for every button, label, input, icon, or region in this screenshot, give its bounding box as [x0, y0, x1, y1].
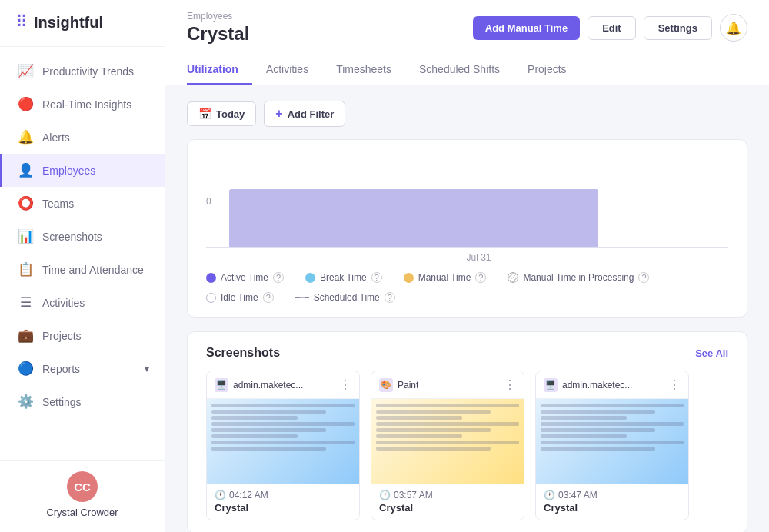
page-title: Crystal	[187, 23, 249, 45]
nav-icon-screenshots: 📊	[18, 228, 33, 244]
legend-break-time: Break Time ?	[305, 272, 382, 283]
sidebar-item-settings[interactable]: ⚙️ Settings	[0, 385, 165, 418]
main-content: Employees Crystal Add Manual Time Edit S…	[165, 0, 769, 532]
screenshot-header-admin2: 🖥️ admin.maketec... ⋮	[536, 371, 688, 399]
tab-projects[interactable]: Projects	[528, 55, 581, 85]
screenshot-header-paint1: 🎨 Paint ⋮	[371, 371, 524, 399]
tab-activities[interactable]: Activities	[266, 55, 322, 85]
screenshot-footer-admin1: 🕐 04:12 AM Crystal	[207, 484, 359, 520]
screenshot-header-admin1: 🖥️ admin.maketec... ⋮	[207, 371, 359, 399]
sidebar-label-employees: Employees	[42, 165, 95, 177]
logo-area: ⠿ Insightful	[0, 0, 165, 47]
tab-timesheets[interactable]: Timesheets	[336, 55, 405, 85]
notifications-button[interactable]: 🔔	[720, 14, 747, 42]
sidebar: ⠿ Insightful 📈 Productivity Trends 🔴 Rea…	[0, 0, 165, 532]
tab-scheduled-shifts[interactable]: Scheduled Shifts	[419, 55, 514, 85]
manual-time-help[interactable]: ?	[475, 272, 486, 283]
today-button[interactable]: 📅 Today	[187, 101, 256, 126]
nav-icon-teams: ⭕	[18, 195, 33, 211]
edit-button[interactable]: Edit	[588, 16, 636, 40]
screenshot-thumb-admin2	[536, 399, 688, 484]
app-name-paint1: Paint	[398, 380, 418, 391]
screenshots-grid: 🖥️ admin.maketec... ⋮ 🕐 04:12 AM Cr	[206, 371, 728, 532]
nav-icon-alerts: 🔔	[18, 129, 33, 145]
user-name: Crystal Crowder	[46, 507, 118, 518]
legend-manual-time: Manual Time ?	[404, 272, 487, 283]
sidebar-item-teams[interactable]: ⭕ Teams	[0, 187, 165, 220]
legend-active-time: Active Time ?	[206, 272, 284, 283]
sidebar-item-projects[interactable]: 💼 Projects	[0, 319, 165, 352]
legend-manual-processing: Manual Time in Processing ?	[508, 272, 649, 283]
scheduled-time-help[interactable]: ?	[384, 292, 395, 303]
sidebar-item-employees[interactable]: 👤 Employees	[0, 154, 165, 187]
clock-icon-admin1: 🕐	[215, 490, 226, 500]
content-area: 📅 Today + Add Filter 0 Jul 31	[165, 85, 769, 532]
legend-dash-line	[295, 297, 309, 298]
dots-menu-admin2[interactable]: ⋮	[668, 377, 681, 392]
sidebar-item-real-time-insights[interactable]: 🔴 Real-Time Insights	[0, 88, 165, 121]
main-header: Employees Crystal Add Manual Time Edit S…	[165, 0, 769, 85]
screenshot-item-admin2[interactable]: 🖥️ admin.maketec... ⋮ 🕐 03:47 AM Cr	[535, 371, 689, 520]
logo-icon: ⠿	[15, 12, 28, 32]
legend-manual-proc-label: Manual Time in Processing	[523, 272, 634, 283]
sidebar-item-reports[interactable]: 🔵 Reports ▾	[0, 352, 165, 385]
sidebar-label-projects: Projects	[42, 330, 82, 342]
app-name-admin2: admin.maketec...	[562, 380, 632, 391]
tabs: UtilizationActivitiesTimesheetsScheduled…	[187, 55, 747, 85]
sidebar-nav: 📈 Productivity Trends 🔴 Real-Time Insigh…	[0, 47, 165, 460]
active-time-help[interactable]: ?	[273, 272, 284, 283]
break-time-help[interactable]: ?	[371, 272, 382, 283]
legend-scheduled-label: Scheduled Time	[314, 292, 380, 303]
screenshot-item-paint1[interactable]: 🎨 Paint ⋮ 🕐 03:57 AM Crystal	[371, 371, 524, 520]
legend-dot-active	[206, 273, 216, 283]
sidebar-label-productivity-trends: Productivity Trends	[42, 65, 134, 78]
idle-time-help[interactable]: ?	[263, 292, 274, 303]
chart-y-label: 0	[206, 196, 211, 207]
legend-dash-scheduled	[295, 297, 309, 298]
sidebar-label-screenshots: Screenshots	[42, 231, 102, 243]
app-icon-paint1: 🎨	[379, 378, 393, 392]
nav-icon-projects: 💼	[18, 328, 33, 344]
see-all-link[interactable]: See All	[695, 347, 728, 359]
sidebar-item-activities[interactable]: ☰ Activities	[0, 286, 165, 319]
settings-button[interactable]: Settings	[644, 16, 712, 40]
screenshot-thumb-admin1	[207, 399, 359, 484]
thumb-content-paint1	[371, 399, 524, 484]
app-info-paint1: 🎨 Paint	[379, 378, 504, 392]
sidebar-item-alerts[interactable]: 🔔 Alerts	[0, 121, 165, 154]
sidebar-item-time-attendance[interactable]: 📋 Time and Attendance	[0, 253, 165, 286]
add-filter-button[interactable]: + Add Filter	[264, 101, 345, 127]
sidebar-item-productivity-trends[interactable]: 📈 Productivity Trends	[0, 55, 165, 88]
chart-baseline	[206, 247, 728, 248]
manual-proc-help[interactable]: ?	[638, 272, 649, 283]
sidebar-label-teams: Teams	[42, 198, 74, 210]
app-info-admin2: 🖥️ admin.maketec...	[544, 378, 668, 392]
screenshot-item-admin1[interactable]: 🖥️ admin.maketec... ⋮ 🕐 04:12 AM Cr	[206, 371, 360, 520]
sidebar-label-alerts: Alerts	[42, 131, 70, 144]
legend-dot-idle	[206, 293, 216, 303]
nav-icon-settings: ⚙️	[18, 394, 33, 410]
tab-utilization[interactable]: Utilization	[187, 55, 252, 85]
screenshots-title: Screenshots	[206, 346, 280, 360]
screenshot-user-paint1: Crystal	[379, 502, 516, 514]
header-title-area: Employees Crystal	[187, 11, 249, 45]
chart-legend: Active Time ? Break Time ? Manual Time ?…	[206, 272, 728, 303]
dots-menu-admin1[interactable]: ⋮	[339, 377, 351, 392]
dots-menu-paint1[interactable]: ⋮	[504, 377, 516, 392]
legend-slash-manual-proc	[508, 272, 518, 283]
chart-card: 0 Jul 31 Active Time ? Break Time ?	[187, 139, 747, 318]
today-label: Today	[216, 108, 245, 120]
chart-bar	[229, 189, 598, 247]
sidebar-label-activities: Activities	[42, 297, 85, 309]
nav-icon-productivity-trends: 📈	[18, 63, 33, 79]
screenshot-footer-admin2: 🕐 03:47 AM Crystal	[536, 484, 688, 520]
screenshot-time-admin1: 🕐 04:12 AM	[215, 490, 351, 500]
app-name-admin1: admin.maketec...	[233, 380, 303, 391]
legend-idle-time: Idle Time ?	[206, 292, 274, 303]
sidebar-item-screenshots[interactable]: 📊 Screenshots	[0, 220, 165, 253]
add-manual-time-button[interactable]: Add Manual Time	[473, 16, 580, 40]
chevron-icon: ▾	[145, 364, 149, 374]
screenshot-thumb-paint1	[371, 399, 524, 484]
legend-active-label: Active Time	[221, 272, 268, 283]
filter-bar: 📅 Today + Add Filter	[187, 101, 747, 127]
